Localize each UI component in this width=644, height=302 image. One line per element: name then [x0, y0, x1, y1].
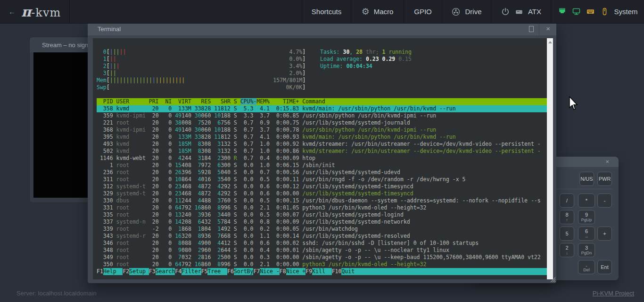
htop-process-row: 337 systemd-n 20 0 14208 6432 5784 S 0.0… [97, 218, 547, 226]
htop-process-row: 236 root 20 0 26396 5928 5040 S 0.0 0.7 … [97, 169, 547, 176]
htop-process-row: 312 systemd-t 20 0 23468 4872 4292 S 0.0… [97, 183, 547, 190]
numpad-key-sub-k[interactable]: - [597, 193, 612, 208]
numpad-key-add[interactable]: + [597, 226, 612, 241]
nav-shortcuts[interactable]: Shortcuts [302, 0, 351, 23]
htop-function-key-bar: F1Help F2Setup F3SearchF4FilterF5Tree F6… [97, 268, 547, 275]
htop-process-row: 1146 kvmd-webt 20 0 4244 3184 2300 R 0.7… [97, 155, 547, 162]
keyboard-icon [586, 7, 595, 17]
stream-title: Stream – no signal [42, 42, 93, 49]
htop-process-row: 359 kvmd-ipmi 20 0 49140 30060 10188 S 3… [97, 112, 547, 119]
close-button[interactable]: × [546, 25, 550, 33]
pikvm-project-link[interactable]: Pi-KVM Project [593, 290, 634, 297]
htop-process-row: 221 root 20 0 38008 7520 6756 S 0.7 0.9 … [97, 119, 547, 126]
numpad-key-nus[interactable]: N/US [579, 172, 594, 186]
numpad-key-k8[interactable]: 8↑ [560, 210, 574, 224]
htop-process-row: 350 root 20 0 64792 16860 8996 S 0.0 2.1… [97, 261, 547, 268]
htop-process-row: 339 root -2 0 1868 1804 1492 S 0.0 0.2 0… [97, 226, 547, 233]
numpad-key-ent[interactable]: Ent [597, 260, 612, 274]
logo-kvm: -kvm [31, 6, 61, 19]
pikvm-page: ← π-kvm Shortcuts ⚙ Macro GPIO Drive [0, 0, 644, 302]
numpad-key-div[interactable]: / [560, 193, 574, 208]
drive-box-icon [514, 7, 524, 17]
fan-icon [451, 7, 461, 17]
terminal-scrollbar[interactable] [547, 38, 553, 279]
nav-system[interactable]: System [551, 0, 644, 23]
numpad-key-k5[interactable]: 5 [560, 226, 574, 241]
mouse-icon [600, 7, 610, 17]
resize-grip[interactable] [549, 276, 556, 283]
nav-macro[interactable]: ⚙ Macro [351, 0, 404, 23]
htop-summary: Tasks: 30, 28 thr; 1 runningLoad average… [320, 49, 412, 70]
htop-process-row: 329 systemd-t 20 0 23468 4872 4292 S 0.0… [97, 190, 547, 197]
ethernet-icon [557, 7, 567, 17]
numpad-key-mul[interactable]: * [578, 193, 595, 208]
titlebar-divider [539, 23, 539, 35]
display-icon [571, 7, 581, 17]
nav-drive-label: Drive [465, 8, 481, 16]
numpad-key-dot[interactable]: .Del [578, 260, 595, 274]
nav-atx-label: ATX [528, 8, 541, 16]
maximize-button[interactable] [529, 26, 534, 32]
htop-process-row: 343 systemd-r 20 0 16320 8936 7668 S 0.0… [97, 233, 547, 240]
htop-process-row: 358 kvmd 20 0 133M 33828 11812 S 5.3 4.1… [97, 105, 547, 112]
numpad-key-k9[interactable]: 9PgUp [578, 210, 595, 224]
htop-process-row: 346 root 20 0 8088 4900 4412 S 0.0 0.6 0… [97, 240, 547, 247]
htop-process-row: 395 kvmd 20 0 133M 33828 11812 S 0.7 4.1… [97, 134, 547, 141]
htop-process-row: 331 root 20 0 64792 16860 8996 S 0.0 2.1… [97, 204, 547, 211]
htop-table-header: PID USER PRI NI VIRT RES SHR S CPU%-MEM%… [97, 98, 547, 105]
nav-gpio-label: GPIO [414, 8, 432, 16]
nav-atx[interactable]: ATX [491, 0, 551, 23]
navbar-spacer [70, 0, 302, 23]
scroll-up-arrow[interactable] [548, 41, 552, 43]
server-hostname: Server: localhost.localdomain [17, 290, 97, 297]
htop-process-row: 348 root 20 0 9080 2960 2644 S 0.0 0.4 0… [97, 247, 547, 254]
htop-process-row: 493 kvmd 20 0 185M 8308 3132 S 0.7 1.0 0… [97, 141, 547, 148]
numpad-key-pwr[interactable]: PWR [597, 172, 612, 186]
htop-screen: 0[||||| 4.7%] 1[|| 0.0%] 2[||| 3.4%] 3[|… [93, 38, 547, 279]
numpad-key-k3[interactable]: 3PgDn [578, 243, 595, 257]
gear-icon: ⚙ [362, 7, 370, 16]
mouse-cursor [569, 96, 579, 110]
terminal-output[interactable]: 0[||||| 4.7%] 1[|| 0.0%] 2[||| 3.4%] 3[|… [93, 38, 547, 279]
back-arrow-icon[interactable]: ← [8, 8, 16, 16]
terminal-window: Terminal × 0[||||| 4.7%] 1[|| 0.0%] 2[||… [88, 23, 556, 283]
nav-macro-label: Macro [374, 8, 394, 16]
nav-shortcuts-label: Shortcuts [312, 8, 341, 16]
numpad-close-button[interactable]: × [605, 158, 609, 165]
htop-process-row: 502 kvmd 20 0 185M 8308 3132 S 0.7 1.0 0… [97, 148, 547, 155]
numpad-key-k6[interactable]: 6→ [578, 226, 595, 241]
brand-area: ← π-kvm [0, 0, 70, 23]
nav-gpio[interactable]: GPIO [404, 0, 442, 23]
nav-system-label: System [614, 8, 637, 16]
terminal-title: Terminal [98, 25, 121, 33]
power-icon [501, 7, 510, 17]
htop-process-row: 330 dbus 20 0 11244 4488 3760 S 0.0 0.5 … [97, 197, 547, 204]
top-navbar: ← π-kvm Shortcuts ⚙ Macro GPIO Drive [0, 0, 644, 24]
htop-process-row: 368 kvmd-ipmi 20 0 49140 30060 10188 S 0… [97, 126, 547, 134]
nav-drive[interactable]: Drive [442, 0, 491, 23]
htop-process-row: 349 root 20 0 7032 2816 2500 S 0.0 0.3 0… [97, 254, 547, 261]
terminal-titlebar[interactable]: Terminal × [88, 23, 556, 35]
logo-pi: π [21, 4, 31, 20]
htop-process-row: 1 root 20 0 15408 7972 6300 S 0.0 1.0 0:… [97, 162, 547, 169]
htop-process-row: 335 root 20 0 13240 3936 3440 S 0.0 0.5 … [97, 211, 547, 218]
numpad-key-k2[interactable]: 2↓ [560, 243, 574, 257]
htop-process-row: 311 root 20 0 10864 4016 3540 S 0.0 0.5 … [97, 176, 547, 183]
pikvm-logo: π-kvm [21, 4, 61, 20]
